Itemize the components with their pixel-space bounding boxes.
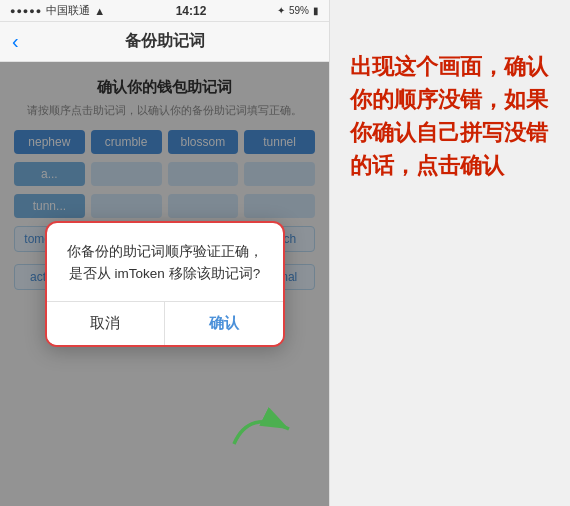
dialog-box: 你备份的助记词顺序验证正确，是否从 imToken 移除该助记词? 取消 确认 [45,221,285,346]
annotation-panel: 出现这个画面，确认你的顺序没错，如果你确认自己拼写没错的话，点击确认 [330,0,570,506]
nav-bar: ‹ 备份助记词 [0,22,329,62]
nav-title: 备份助记词 [125,31,205,52]
dialog-message: 你备份的助记词顺序验证正确，是否从 imToken 移除该助记词? [63,241,267,284]
dialog-overlay: 你备份的助记词顺序验证正确，是否从 imToken 移除该助记词? 取消 确认 [0,62,329,506]
dialog-cancel-button[interactable]: 取消 [47,302,166,345]
time-display: 14:12 [176,4,207,18]
carrier-label: 中国联通 [46,3,90,18]
battery-percent: 59% [289,5,309,16]
back-button[interactable]: ‹ [12,30,19,53]
annotation-text: 出现这个画面，确认你的顺序没错，如果你确认自己拼写没错的话，点击确认 [350,50,556,182]
green-arrow-icon [229,404,299,454]
phone-screen: ●●●●● 中国联通 ▲ 14:12 ✦ 59% ▮ ‹ 备份助记词 确认你的钱… [0,0,330,506]
bluetooth-icon: ✦ [277,5,285,16]
status-left: ●●●●● 中国联通 ▲ [10,3,105,18]
status-bar: ●●●●● 中国联通 ▲ 14:12 ✦ 59% ▮ [0,0,329,22]
dialog-buttons: 取消 确认 [47,301,283,345]
page-content: 确认你的钱包助记词 请按顺序点击助记词，以确认你的备份助记词填写正确。 neph… [0,62,329,506]
dialog-ok-button[interactable]: 确认 [165,302,283,345]
wifi-icon: ▲ [94,5,105,17]
signal-dots: ●●●●● [10,6,42,16]
status-right: ✦ 59% ▮ [277,5,319,16]
battery-icon: ▮ [313,5,319,16]
